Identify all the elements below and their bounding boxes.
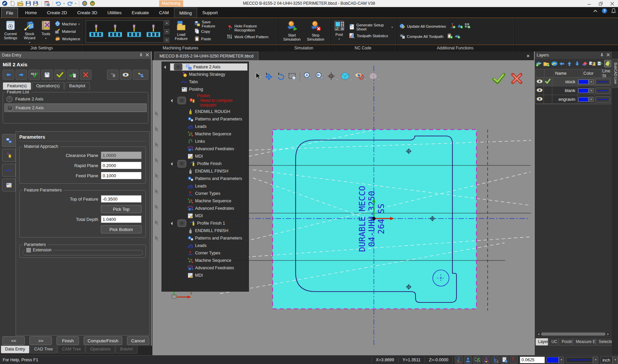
- viewport-tool[interactable]: ▾: [355, 72, 366, 81]
- current-settings-button[interactable]: Current Settings: [2, 19, 19, 44]
- mill-tool-icon[interactable]: [106, 24, 124, 39]
- cam-tree-item[interactable]: Pocket Need to compute toolpath!: [162, 93, 249, 108]
- dock-tab[interactable]: CAD Tree: [30, 346, 57, 354]
- chevron-down-icon[interactable]: ▾: [63, 2, 65, 5]
- toolbar-button[interactable]: [16, 70, 27, 80]
- window-control-button[interactable]: [583, 0, 595, 7]
- cam-tree-item[interactable]: Profile Finish 1: [162, 220, 249, 227]
- cam-tree-item[interactable]: Links: [162, 138, 249, 145]
- total-depth-input[interactable]: [101, 215, 142, 223]
- wizard-nav-button[interactable]: Compute/Finish: [84, 336, 122, 345]
- toolbar-button[interactable]: [54, 70, 66, 80]
- status-toggle-button[interactable]: [473, 356, 481, 364]
- mill-tool-icon[interactable]: [145, 24, 162, 39]
- active-layer-check-icon[interactable]: [545, 78, 551, 85]
- document-close-icon[interactable]: ✕: [522, 53, 534, 59]
- tree-node-toggle[interactable]: [174, 63, 183, 71]
- scroll-down-button[interactable]: ▼: [165, 29, 169, 34]
- additional-function-button[interactable]: [457, 23, 463, 30]
- cam-tree-item[interactable]: Feature 2 Axis: [162, 63, 249, 71]
- cam-tree-item[interactable]: Patterns and Parameters: [162, 234, 249, 242]
- hole-feature-recognition-button[interactable]: Hole Feature Recognition: [226, 25, 275, 31]
- cam-tree-item[interactable]: Advanced Feedrates: [162, 205, 249, 212]
- cam-tree-item[interactable]: Machine Sequence: [162, 130, 249, 138]
- layers-scrollbar[interactable]: ◀▶: [536, 332, 611, 336]
- status-toggle-button[interactable]: [491, 356, 499, 364]
- wizard-nav-button[interactable]: Finish: [57, 336, 79, 345]
- cam-tree-item[interactable]: ? Corner Types: [162, 249, 249, 257]
- tree-node-toggle[interactable]: [177, 160, 186, 167]
- additional-function-button[interactable]: [447, 33, 453, 40]
- qat-button[interactable]: [44, 0, 50, 6]
- cam-tree-item[interactable]: Patterns and Parameters: [162, 175, 249, 182]
- visibility-eye-icon[interactable]: [536, 88, 543, 93]
- layer-color-combo[interactable]: ▾: [578, 95, 595, 104]
- status-toggle-button[interactable]: ?: [510, 356, 518, 364]
- dock-tab[interactable]: Data Entry: [1, 346, 29, 354]
- update-all-geometries-button[interactable]: Update All Geometries: [398, 23, 447, 29]
- toolbar-button[interactable]: [80, 70, 91, 80]
- status-toggle-button[interactable]: [482, 356, 490, 364]
- layers-toolbar-button[interactable]: [581, 60, 589, 67]
- copy-button[interactable]: Copy: [193, 28, 223, 35]
- layer-name[interactable]: stock: [552, 77, 578, 86]
- pick-bottom-button[interactable]: Pick Bottom: [101, 225, 142, 233]
- qat-button[interactable]: [89, 0, 96, 6]
- viewport-tool[interactable]: ▾: [369, 72, 379, 81]
- viewport-tool[interactable]: [276, 72, 285, 82]
- feature-collapse-icon[interactable]: ⌃: [7, 105, 13, 111]
- chevron-down-icon[interactable]: ▾: [350, 78, 351, 82]
- window-control-button[interactable]: [595, 0, 606, 7]
- tool-gallery[interactable]: [86, 20, 164, 43]
- layers-dock-tab[interactable]: UC: [549, 338, 558, 346]
- feature-list-item[interactable]: ⌃ Feature 2 Axis: [4, 104, 147, 112]
- layer-row[interactable]: blank ▾: [536, 86, 611, 95]
- layers-toolbar-button[interactable]: [566, 60, 573, 67]
- ribbon-tab[interactable]: Milling: [174, 8, 197, 18]
- cam-tree-item[interactable]: Leads: [162, 123, 249, 130]
- qat-button[interactable]: [33, 0, 39, 6]
- ribbon-tab[interactable]: File: [1, 8, 18, 18]
- viewport-tool[interactable]: ▾: [341, 72, 351, 82]
- layer-color-combo[interactable]: ▾: [578, 77, 595, 86]
- chevron-down-icon[interactable]: ▾: [75, 2, 76, 5]
- ribbon-tab[interactable]: Create 2D: [42, 8, 72, 18]
- qat-button[interactable]: [9, 0, 16, 6]
- feature-list-item[interactable]: ⌃ Feature 2 Axis: [4, 95, 147, 103]
- cam-tree-item[interactable]: Machine Sequence: [162, 257, 249, 264]
- toolbar-button[interactable]: [120, 70, 131, 80]
- ribbon-help-button[interactable]: [611, 8, 616, 15]
- cam-tree-item[interactable]: Patterns and Parameters: [162, 115, 249, 123]
- layers-toolbar-button[interactable]: [543, 60, 551, 67]
- unit-combo[interactable]: inch▾: [600, 357, 618, 363]
- document-tab[interactable]: MECCO B-8155-2 04-UHH-3250 PERIMETER.bbc…: [154, 52, 258, 60]
- layers-dock-tab[interactable]: Measure Ent: [573, 338, 596, 346]
- post-button[interactable]: Post▾: [332, 19, 346, 44]
- layer-linestyle-combo[interactable]: [595, 95, 611, 104]
- dock-tab[interactable]: CAM Tree: [58, 346, 85, 354]
- ribbon-tab[interactable]: CAM: [154, 8, 174, 18]
- viewport-tool[interactable]: [300, 72, 300, 81]
- cam-tree-item[interactable]: Advanced Feedrates: [162, 145, 249, 153]
- generate-setup-sheet-button[interactable]: Generate Setup Sheet▾: [348, 24, 394, 30]
- parameter-side-tab[interactable]: [2, 149, 16, 162]
- qat-button[interactable]: [1, 0, 8, 6]
- start-simulation-button[interactable]: Start Simulation: [281, 19, 303, 44]
- tree-node-toggle[interactable]: [177, 220, 186, 227]
- current-linestyle-combo[interactable]: ▾: [566, 357, 598, 363]
- dock-tab[interactable]: Operations: [86, 346, 115, 354]
- layers-toolbar-button[interactable]: [589, 60, 596, 67]
- ribbon-tab[interactable]: Create 3D: [72, 8, 102, 18]
- viewport-tool[interactable]: A: [303, 72, 312, 82]
- visibility-eye-icon[interactable]: [536, 79, 543, 85]
- layers-dock-tab[interactable]: Selectio: [596, 338, 612, 346]
- viewport-tool[interactable]: [264, 72, 273, 82]
- panel-tab[interactable]: Operation(s): [32, 82, 64, 90]
- parameter-side-tab[interactable]: [2, 134, 16, 147]
- cam-tree-item[interactable]: Posting: [162, 86, 249, 93]
- wizard-nav-button[interactable]: >>: [29, 336, 52, 345]
- snap-increment-input[interactable]: [520, 357, 545, 363]
- feed-plane-input[interactable]: [101, 172, 142, 179]
- panel-tab[interactable]: Feature(s): [3, 82, 31, 90]
- workpiece-button[interactable]: Workpiece: [54, 36, 81, 42]
